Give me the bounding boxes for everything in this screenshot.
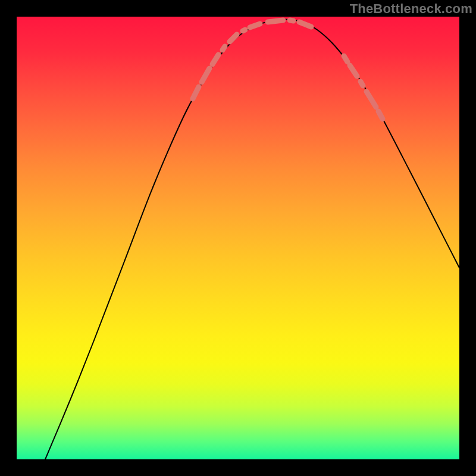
curve-highlight-left	[193, 20, 311, 99]
bottleneck-curve-path	[45, 20, 459, 459]
highlight-dash	[212, 55, 218, 64]
highlight-dash	[344, 56, 347, 62]
chart-plot-area	[17, 17, 459, 459]
highlight-dash	[223, 46, 225, 50]
highlight-dash	[230, 35, 237, 42]
highlight-dash	[243, 30, 245, 31]
highlight-dash	[361, 82, 363, 86]
highlight-dash	[268, 20, 283, 22]
bottleneck-curve-svg	[17, 17, 459, 459]
highlight-dash	[378, 111, 383, 119]
highlight-dash	[290, 20, 293, 21]
highlight-dash	[202, 68, 209, 82]
curve-highlight-right	[344, 56, 383, 119]
watermark-text: TheBottleneck.com	[350, 1, 472, 17]
highlight-dash	[250, 24, 260, 27]
highlight-dash	[299, 22, 311, 27]
highlight-dash	[193, 87, 199, 99]
highlight-dash	[350, 65, 357, 76]
highlight-dash	[367, 92, 376, 107]
